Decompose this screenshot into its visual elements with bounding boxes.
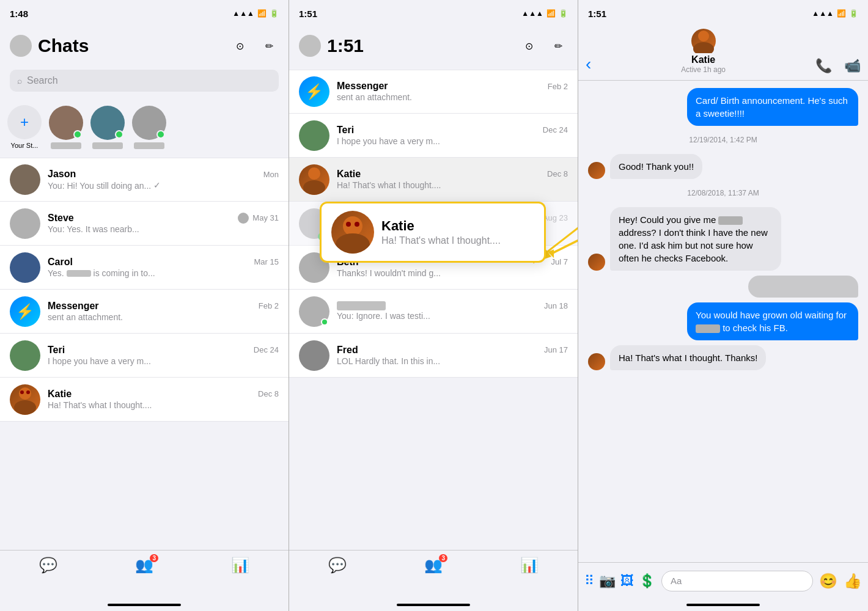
compose-button-1[interactable]: ✏: [259, 36, 279, 56]
add-story-circle[interactable]: +: [7, 105, 42, 139]
panel-3: 1:51 ▲▲▲ 📶 🔋 ‹ Katie Active 1h ago 📞 📹: [578, 0, 868, 611]
panel-1: 1:48 ▲▲▲ 📶 🔋 Chats ⊙ ✏ ⌕ Search: [0, 0, 289, 611]
teri-content-1: Teri Dec 24 I hope you have a very m...: [48, 345, 279, 367]
fred-content: Fred Jun 17 LOL Hardly that. In this in.…: [337, 345, 568, 367]
story-item-1[interactable]: [49, 106, 83, 149]
dollar-icon[interactable]: 💲: [639, 573, 655, 589]
svg-point-5: [303, 180, 325, 195]
chris-time: Aug 23: [543, 213, 568, 222]
jason-content: Jason Mon You: Hi! You still doing an...…: [48, 169, 279, 191]
msg-bubble-received-1: Good! Thank you!!: [610, 154, 702, 179]
story-item-2[interactable]: [90, 106, 125, 149]
input-bar: ⠿ 📷 🖼 💲 Aa 😊 👍: [578, 562, 868, 599]
people-tab-icon-2: 👥 3: [424, 557, 443, 574]
chat-item-jason[interactable]: Jason Mon You: Hi! You still doing an...…: [0, 158, 289, 202]
msg-row-sent-2: [588, 276, 858, 298]
call-button[interactable]: 📞: [815, 58, 832, 74]
contact-name: Katie: [691, 54, 715, 65]
compose-button-2[interactable]: ✏: [548, 36, 568, 56]
chat-item-fred[interactable]: Fred Jun 17 LOL Hardly that. In this in.…: [289, 334, 578, 378]
carol-time: Mar 15: [254, 257, 279, 266]
carol-name: Carol: [48, 257, 73, 268]
katie-time-1: Dec 8: [258, 389, 279, 398]
blurred-1: [718, 216, 743, 225]
jason-avatar: [10, 164, 40, 195]
chats-header-1: Chats ⊙ ✏: [0, 27, 289, 70]
profile-avatar-2[interactable]: [299, 35, 321, 57]
status-bar-3: 1:51 ▲▲▲ 📶 🔋: [578, 0, 868, 27]
messenger-name-row-1: Messenger Feb 2: [48, 301, 279, 312]
blurred-wrapper: [299, 296, 329, 327]
tab-discover-2[interactable]: 📊: [511, 557, 548, 574]
thumbsup-button[interactable]: 👍: [844, 573, 862, 590]
search-icon-1: ⌕: [17, 76, 22, 86]
katie-name-row-1: Katie Dec 8: [48, 389, 279, 400]
contact-info[interactable]: Katie Active 1h ago: [596, 29, 811, 74]
status-bar-2: 1:51 ▲▲▲ 📶 🔋: [289, 0, 578, 27]
chat-item-steve[interactable]: Steve May 31 You: Yes. It was nearb...: [0, 202, 289, 246]
header-icons-1: ⊙ ✏: [230, 36, 279, 56]
camera-button-2[interactable]: ⊙: [519, 36, 539, 56]
msg-row-received-2: Hey! Could you give me address? I don't …: [588, 207, 858, 271]
chat-item-carol[interactable]: Carol Mar 15 Yes. is coming in to...: [0, 246, 289, 290]
tab-chats-2[interactable]: 💬: [319, 557, 356, 574]
chat-item-messenger-1[interactable]: ⚡ Messenger Feb 2 sent an attachment.: [0, 290, 289, 334]
search-bar-1: ⌕ Search: [0, 70, 289, 97]
msg-bubble-received-2: Hey! Could you give me address? I don't …: [610, 207, 781, 271]
chat-list-2: ⚡ Messenger Feb 2 sent an attachment. Te…: [289, 70, 578, 550]
katie-preview-2: Ha! That's what I thought....: [337, 180, 441, 190]
fred-preview: LOL Hardly that. In this in...: [337, 356, 440, 366]
steve-name-row: Steve May 31: [48, 213, 279, 224]
discover-tab-icon-1: 📊: [231, 557, 249, 574]
tab-people-2[interactable]: 👥 3: [415, 557, 452, 574]
tab-discover-1[interactable]: 📊: [222, 557, 259, 574]
blurred-name: [337, 301, 386, 310]
status-time-2: 1:51: [299, 9, 317, 19]
chat-item-blurred[interactable]: Jun 18 You: Ignore. I was testi...: [289, 290, 578, 334]
chat-item-teri-2[interactable]: Teri Dec 24 I hope you have a very m...: [289, 114, 578, 158]
jason-name: Jason: [48, 169, 76, 180]
beth-time: Jul 7: [551, 257, 568, 266]
jason-preview: You: Hi! You still doing an...: [48, 181, 151, 191]
chat-item-teri-1[interactable]: Teri Dec 24 I hope you have a very m...: [0, 334, 289, 378]
messenger-name-row-2: Messenger Feb 2: [337, 81, 568, 92]
steve-content: Steve May 31 You: Yes. It was nearb...: [48, 213, 279, 235]
messenger-logo-2: ⚡: [305, 83, 323, 100]
msg-bubble-sent-3: You would have grown old waiting for to …: [687, 302, 858, 340]
search-wrapper-1[interactable]: ⌕ Search: [10, 70, 279, 92]
message-input[interactable]: Aa: [661, 571, 813, 591]
katie-photo-svg-2: [299, 164, 329, 195]
messenger-logo-1: ⚡: [16, 303, 34, 320]
back-button[interactable]: ‹: [586, 54, 591, 74]
chat-item-katie-2[interactable]: Katie Dec 8 Ha! That's what I thought...…: [289, 158, 578, 202]
home-indicator-3: [578, 599, 868, 611]
carol-name-row: Carol Mar 15: [48, 257, 279, 268]
home-indicator-2: [289, 599, 578, 611]
tab-bar-1: 💬 👥 3 📊: [0, 550, 289, 599]
tab-chats-1[interactable]: 💬: [30, 557, 67, 574]
teri-avatar-2: [299, 120, 329, 151]
teri-content-2: Teri Dec 24 I hope you have a very m...: [337, 125, 568, 147]
story-item-3[interactable]: [132, 106, 166, 149]
image-icon[interactable]: 🖼: [620, 573, 634, 589]
story-avatar-1: [49, 106, 83, 140]
camera-input-icon[interactable]: 📷: [599, 573, 616, 589]
camera-button-1[interactable]: ⊙: [230, 36, 249, 56]
carol-content: Carol Mar 15 Yes. is coming in to...: [48, 257, 279, 279]
video-button[interactable]: 📹: [844, 58, 861, 74]
add-story[interactable]: + Your St...: [7, 105, 42, 149]
emoji-button[interactable]: 😊: [819, 573, 837, 590]
svg-point-2: [20, 390, 24, 394]
msg-bubble-sent-2: [748, 276, 858, 298]
chat-item-katie-1[interactable]: Katie Dec 8 Ha! That's what I thought...…: [0, 378, 289, 422]
battery-icon: 🔋: [270, 9, 279, 18]
tab-people-1[interactable]: 👥 3: [126, 557, 163, 574]
carol-preview: Yes. is coming in to...: [48, 268, 155, 278]
battery-icon-2: 🔋: [559, 9, 568, 18]
header-icons-2: ⊙ ✏: [519, 36, 568, 56]
dots-icon[interactable]: ⠿: [584, 573, 594, 589]
teri-name-row-1: Teri Dec 24: [48, 345, 279, 356]
chat-item-messenger-2[interactable]: ⚡ Messenger Feb 2 sent an attachment.: [289, 70, 578, 114]
fred-time: Jun 17: [544, 345, 568, 354]
profile-avatar-1[interactable]: [10, 35, 32, 57]
